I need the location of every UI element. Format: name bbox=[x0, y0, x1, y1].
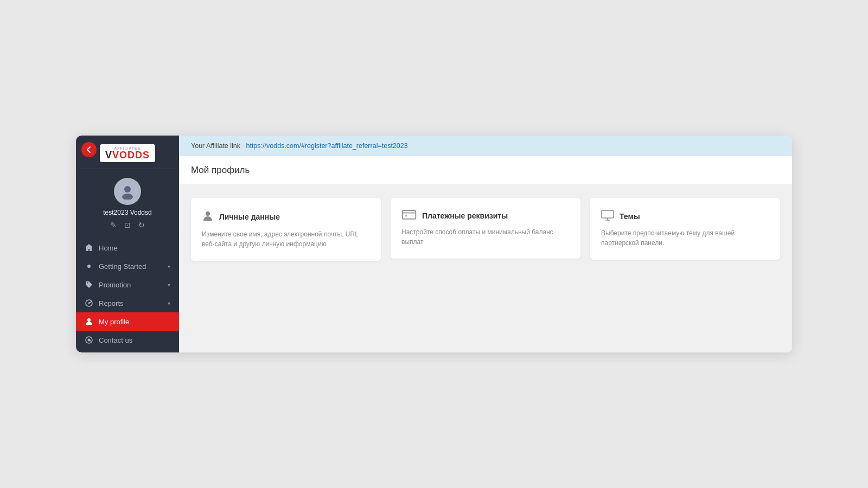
card-personal-data[interactable]: Личные данные Измените свое имя, адрес э… bbox=[191, 198, 381, 261]
app-container: AFFILIATES VVODDS test2023 Voddsd ✎ ⊡ ↻ bbox=[76, 136, 792, 352]
card-personal-data-header: Личные данные bbox=[202, 210, 370, 224]
card-personal-data-desc: Измените свое имя, адрес электронной поч… bbox=[202, 229, 370, 249]
sidebar-item-getting-started[interactable]: Getting Started ▾ bbox=[76, 257, 179, 275]
chevron-down-icon-3: ▾ bbox=[168, 300, 170, 306]
affiliate-prefix: Your Affiliate link bbox=[191, 142, 240, 150]
user-actions: ✎ ⊡ ↻ bbox=[110, 221, 145, 229]
card-themes[interactable]: Темы Выберите предпочитаемую тему для ва… bbox=[590, 198, 780, 260]
logo-v: V bbox=[105, 150, 112, 160]
sidebar: AFFILIATES VVODDS test2023 Voddsd ✎ ⊡ ↻ bbox=[76, 136, 179, 352]
card-themes-header: Темы bbox=[601, 210, 769, 223]
avatar bbox=[114, 178, 141, 205]
page-title: Мой профиль bbox=[179, 156, 792, 185]
affiliate-banner: Your Affiliate link https://vodds.com/#r… bbox=[179, 136, 792, 156]
person-icon bbox=[202, 210, 214, 224]
svg-point-0 bbox=[124, 186, 131, 192]
main-content: Your Affiliate link https://vodds.com/#r… bbox=[179, 136, 792, 352]
svg-point-1 bbox=[122, 194, 133, 200]
card-payment-icon bbox=[401, 210, 417, 222]
user-icon bbox=[85, 317, 93, 326]
logo-affiliates-text: AFFILIATES VVODDS bbox=[105, 146, 150, 160]
sidebar-item-my-profile[interactable]: My profile bbox=[76, 312, 179, 331]
sidebar-toggle-button[interactable] bbox=[81, 142, 97, 157]
monitor-icon bbox=[601, 210, 614, 223]
home-icon bbox=[85, 243, 93, 252]
card-personal-data-title: Личные данные bbox=[219, 213, 280, 221]
sidebar-item-home[interactable]: Home bbox=[76, 239, 179, 257]
sidebar-item-reports[interactable]: Reports ▾ bbox=[76, 294, 179, 312]
sidebar-nav: Home Getting Started ▾ Promotion ▾ bbox=[76, 235, 179, 352]
svg-point-7 bbox=[88, 339, 91, 342]
sidebar-item-contact-us-label: Contact us bbox=[99, 336, 170, 344]
sidebar-item-home-label: Home bbox=[99, 244, 170, 252]
sidebar-item-reports-label: Reports bbox=[99, 299, 162, 307]
tag-icon bbox=[85, 280, 93, 289]
sidebar-logo: AFFILIATES VVODDS bbox=[76, 136, 179, 169]
sidebar-user: test2023 Voddsd ✎ ⊡ ↻ bbox=[76, 169, 179, 235]
card-themes-title: Темы bbox=[620, 212, 640, 221]
rocket-icon bbox=[85, 262, 93, 271]
edit-icon[interactable]: ✎ bbox=[110, 221, 117, 229]
svg-point-4 bbox=[88, 303, 90, 304]
sidebar-item-promotion-label: Promotion bbox=[99, 281, 162, 289]
user-name: test2023 Voddsd bbox=[103, 209, 151, 216]
chevron-down-icon-2: ▾ bbox=[168, 282, 170, 288]
sidebar-item-promotion[interactable]: Promotion ▾ bbox=[76, 275, 179, 294]
svg-point-8 bbox=[206, 211, 210, 216]
at-icon bbox=[85, 336, 93, 344]
sidebar-item-getting-started-label: Getting Started bbox=[99, 262, 162, 271]
refresh-icon[interactable]: ↻ bbox=[138, 221, 145, 229]
card-payment-details[interactable]: Платежные реквизиты Настройте способ опл… bbox=[391, 198, 580, 259]
logo-odds: VODDS bbox=[112, 150, 150, 160]
affiliate-link[interactable]: https://vodds.com/#register?affiliate_re… bbox=[246, 142, 407, 150]
sidebar-item-contact-us[interactable]: Contact us bbox=[76, 331, 179, 349]
logo-box: AFFILIATES VVODDS bbox=[100, 144, 155, 162]
monitor-action-icon[interactable]: ⊡ bbox=[124, 221, 131, 229]
svg-point-5 bbox=[87, 318, 91, 322]
chart-icon bbox=[85, 299, 93, 307]
card-payment-title: Платежные реквизиты bbox=[422, 211, 508, 220]
card-themes-desc: Выберите предпочитаемую тему для вашей п… bbox=[601, 228, 769, 248]
svg-point-2 bbox=[87, 265, 91, 268]
sidebar-item-my-profile-label: My profile bbox=[99, 318, 170, 326]
svg-rect-9 bbox=[403, 210, 416, 219]
card-payment-desc: Настройте способ оплаты и минимальный ба… bbox=[401, 227, 570, 247]
svg-rect-10 bbox=[602, 210, 614, 218]
chevron-down-icon: ▾ bbox=[168, 264, 170, 269]
cards-area: Личные данные Измените свое имя, адрес э… bbox=[179, 185, 792, 352]
card-payment-details-header: Платежные реквизиты bbox=[401, 210, 570, 222]
